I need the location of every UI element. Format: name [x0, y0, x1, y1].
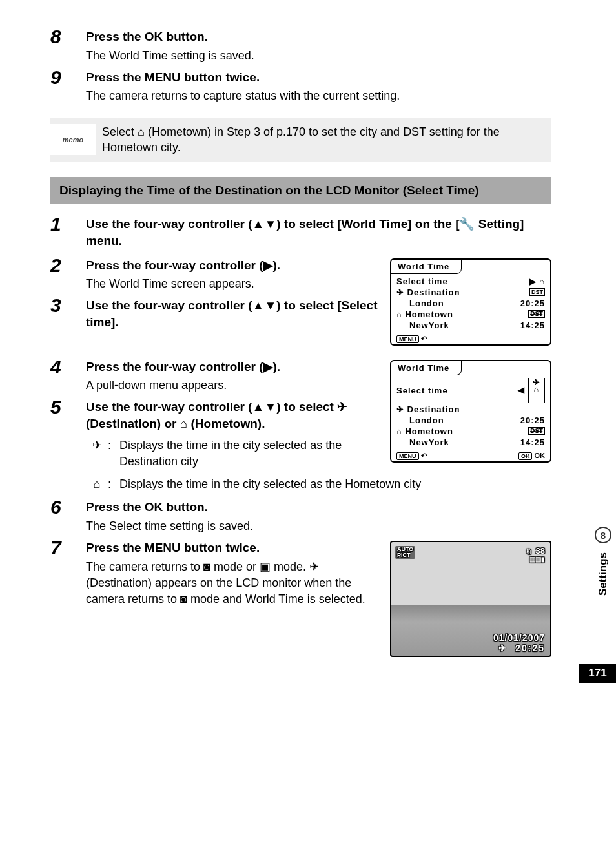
- step-number: 2: [50, 255, 86, 293]
- step-number: 4: [50, 356, 86, 394]
- menu-button-icon: MENU: [396, 335, 419, 343]
- hometown-label: ⌂ Hometown: [396, 309, 453, 319]
- plane-icon: [86, 437, 108, 470]
- step-3: 3 Use the four-way controller (▲▼) to se…: [50, 295, 381, 333]
- step-1: 1 Use the four-way controller (▲▼) to se…: [50, 213, 551, 251]
- remaining-count: 38: [536, 546, 545, 556]
- screen-title: World Time: [391, 260, 462, 274]
- lcd-screen-2: World Time Select time ◀ ✈⌂ ✈ Destinatio…: [390, 360, 551, 463]
- page-number: 171: [579, 664, 616, 683]
- step-title: Press the MENU button twice.: [86, 69, 551, 86]
- chapter-label: Settings: [597, 549, 610, 600]
- lcd-screen-1: World Time Select time ▶ ⌂ ✈ Destination…: [390, 258, 551, 346]
- home-icon: [138, 125, 145, 138]
- step-5-home-row: : Displays the time in the city selected…: [50, 474, 551, 494]
- step-number: 7: [50, 537, 86, 607]
- step-number: 3: [50, 295, 86, 333]
- step-4: 4 Press the four-way controller (▶). A p…: [50, 356, 381, 394]
- step-title: Use the four-way controller (▲▼) to sele…: [86, 297, 381, 330]
- select-time-value: ▶ ⌂: [529, 277, 545, 286]
- menu-button-icon: MENU: [396, 452, 419, 460]
- step-desc: The camera returns to capture status wit…: [86, 88, 551, 104]
- plane-icon: [498, 643, 508, 653]
- dst-off-badge: D̶S̶T̶: [528, 427, 545, 435]
- step-2: 2 Press the four-way controller (▶). The…: [50, 255, 381, 293]
- back-icon: ↶: [421, 335, 427, 342]
- dst-off-badge: D̶S̶T̶: [528, 310, 545, 318]
- destination-time: 20:25: [520, 299, 545, 308]
- preview-date: 01/01/2007: [493, 633, 545, 643]
- menu-key: MENU: [145, 541, 181, 554]
- step-title: Press the OK button.: [86, 28, 551, 45]
- capture-preview: AUTO PICT ⎗ 38 ▥▥▮ 01/01/2007 20:25: [390, 541, 551, 657]
- step-title: Press the four-way controller (▶).: [86, 257, 381, 274]
- side-tab: 8 Settings: [590, 527, 616, 600]
- step-title: Press the four-way controller (▶).: [86, 359, 381, 375]
- destination-time: 20:25: [520, 415, 545, 425]
- select-time-dropdown: ◀ ✈⌂: [518, 378, 545, 403]
- screen-title: World Time: [391, 361, 462, 375]
- step-title: Press the OK button.: [86, 499, 551, 516]
- hometown-time: 14:25: [520, 437, 545, 447]
- destination-explain: : Displays the time in the city selected…: [86, 437, 381, 470]
- destination-city: London: [396, 299, 444, 308]
- ok-key: OK: [145, 30, 163, 43]
- destination-label: ✈ Destination: [396, 404, 460, 414]
- section-header: Displaying the Time of the Destination o…: [50, 177, 551, 204]
- preview-time: 20:25: [515, 643, 545, 653]
- dst-on-badge: DST: [529, 288, 545, 296]
- step-desc: The World Time setting is saved.: [86, 48, 551, 64]
- home-icon: [86, 476, 108, 492]
- step-9: 9 Press the MENU button twice. The camer…: [50, 67, 551, 105]
- hometown-explain: : Displays the time in the city selected…: [86, 476, 551, 492]
- step-desc: The World Time screen appears.: [86, 276, 381, 292]
- hometown-time: 14:25: [520, 320, 545, 330]
- chapter-number: 8: [595, 527, 611, 543]
- step-title: Press the MENU button twice.: [86, 540, 381, 556]
- step-desc: The camera returns to ◙ mode or ▣ mode. …: [86, 559, 381, 608]
- step-title: Use the four-way controller (▲▼) to sele…: [86, 216, 551, 249]
- step-number: 8: [50, 26, 86, 64]
- memo-text: Select (Hometown) in Step 3 of p.170 to …: [96, 124, 542, 156]
- step-desc: A pull-down menu appears.: [86, 377, 381, 393]
- hometown-label: ⌂ Hometown: [396, 426, 453, 436]
- menu-key: MENU: [145, 70, 181, 84]
- select-time-label: Select time: [396, 386, 448, 395]
- step-desc: The Select time setting is saved.: [86, 518, 551, 534]
- back-icon: ↶: [421, 452, 427, 459]
- memo-icon: memo: [50, 124, 96, 155]
- destination-city: London: [396, 415, 444, 425]
- step-number: 1: [50, 213, 86, 251]
- step-title: Use the four-way controller (▲▼) to sele…: [86, 399, 381, 432]
- ok-key: OK: [145, 500, 163, 514]
- hometown-city: NewYork: [396, 437, 449, 447]
- destination-label: ✈ Destination: [396, 288, 460, 297]
- auto-pict-badge: AUTO PICT: [395, 546, 415, 559]
- step-number: 6: [50, 496, 86, 534]
- step-number: 9: [50, 67, 86, 105]
- step-7: 7 Press the MENU button twice. The camer…: [50, 537, 381, 607]
- step-5: 5 Use the four-way controller (▲▼) to se…: [50, 396, 381, 471]
- step-number: 5: [50, 396, 86, 471]
- hometown-city: NewYork: [396, 320, 449, 330]
- select-time-label: Select time: [396, 277, 448, 286]
- step-8: 8 Press the OK button. The World Time se…: [50, 26, 551, 64]
- ok-button-icon: OK: [518, 452, 533, 460]
- memo-box: memo Select (Hometown) in Step 3 of p.17…: [50, 118, 551, 162]
- step-6: 6 Press the OK button. The Select time s…: [50, 496, 551, 534]
